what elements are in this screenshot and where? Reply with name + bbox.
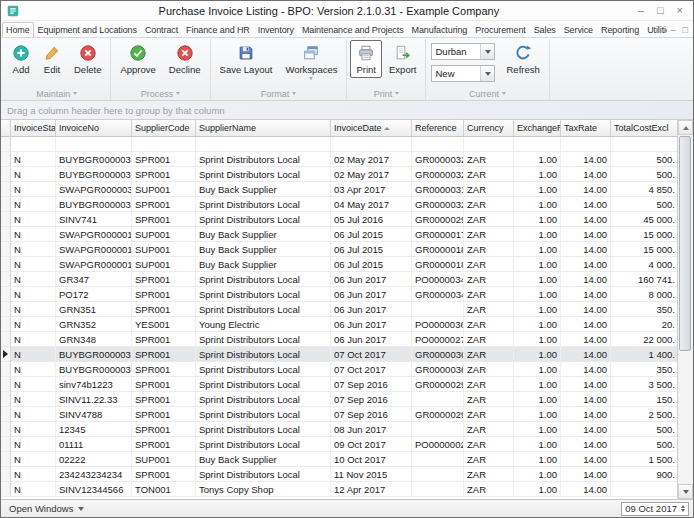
- tab-contract[interactable]: Contract: [141, 22, 182, 37]
- add-button[interactable]: Add: [6, 40, 36, 78]
- column-header-suppliercode[interactable]: SupplierCode: [132, 120, 196, 137]
- cell-taxrate: 14.00: [561, 272, 611, 287]
- column-header-currency[interactable]: Currency: [464, 120, 514, 137]
- print-button[interactable]: Print: [350, 40, 382, 78]
- minimize-button[interactable]: –: [638, 5, 644, 16]
- table-row[interactable]: N234243234234SPR001Sprint Distributors L…: [1, 467, 677, 482]
- tab-service[interactable]: Service: [560, 22, 597, 37]
- row-indicator-cell: [1, 302, 11, 317]
- cell-suppliername: Sprint Distributors Local: [196, 362, 331, 377]
- scroll-up-icon[interactable]: [678, 120, 693, 135]
- cell-suppliername: Sprint Distributors Local: [196, 197, 331, 212]
- column-header-totalcostexcl[interactable]: TotalCostExcl: [611, 120, 677, 137]
- group-by-panel[interactable]: Drag a column header here to group by th…: [1, 101, 693, 120]
- ribbon-tab-bar: HomeEquipment and LocationsContractFinan…: [1, 21, 693, 38]
- open-windows-button[interactable]: Open Windows: [5, 502, 88, 515]
- workspaces-button[interactable]: Workspaces: [279, 40, 343, 83]
- refresh-button[interactable]: Refresh: [500, 40, 545, 78]
- tab-procurement[interactable]: Procurement: [471, 22, 529, 37]
- approve-button[interactable]: Approve: [114, 40, 161, 78]
- grid-body: NBUYBGR00000320SPR001Sprint Distributors…: [1, 137, 677, 499]
- tab-sales[interactable]: Sales: [530, 22, 560, 37]
- cell-taxrate: 14.00: [561, 347, 611, 362]
- cell-suppliername: Sprint Distributors Local: [196, 392, 331, 407]
- table-row[interactable]: NGR347SPR001Sprint Distributors Local06 …: [1, 272, 677, 287]
- status-date-picker[interactable]: 09 Oct 2017: [621, 502, 689, 516]
- column-header-invoiceno[interactable]: InvoiceNo: [56, 120, 132, 137]
- column-header-suppliername[interactable]: SupplierName: [196, 120, 331, 137]
- table-row[interactable]: NBUYBGR00000322SPR001Sprint Distributors…: [1, 197, 677, 212]
- cell-totalcostexcl: 1 500.: [611, 452, 677, 467]
- tab-utilities[interactable]: Utilities: [643, 22, 666, 37]
- cell-suppliercode: SPR001: [132, 212, 196, 227]
- table-row[interactable]: NSINV4788SPR001Sprint Distributors Local…: [1, 407, 677, 422]
- table-row[interactable]: N02222SUP001Buy Back Supplier10 Oct 2017…: [1, 452, 677, 467]
- delete-icon: [79, 44, 97, 62]
- cell-currency: ZAR: [464, 407, 514, 422]
- chevron-down-icon[interactable]: [480, 44, 494, 59]
- site-select[interactable]: Durban: [431, 43, 495, 60]
- scroll-down-icon[interactable]: [678, 484, 693, 499]
- vertical-scrollbar[interactable]: [677, 120, 693, 499]
- table-row[interactable]: NBUYBGR00000321SPR001Sprint Distributors…: [1, 167, 677, 182]
- table-row[interactable]: NSINV12344566TON001Tonys Copy Shop12 Apr…: [1, 482, 677, 497]
- table-row[interactable]: NBUYBGR00000368SPR001Sprint Distributors…: [1, 347, 677, 362]
- cell-reference: GR00000369: [412, 362, 464, 377]
- chevron-down-icon[interactable]: [480, 66, 494, 81]
- date-spinner-icon[interactable]: [681, 505, 685, 512]
- scrollbar-thumb[interactable]: [679, 136, 691, 351]
- table-row[interactable]: NSWAPGR00000179SUP001Buy Back Supplier06…: [1, 227, 677, 242]
- table-row[interactable]: NBUYBGR00000369SPR001Sprint Distributors…: [1, 362, 677, 377]
- decline-button[interactable]: Decline: [163, 40, 207, 78]
- close-button[interactable]: ×: [677, 5, 683, 16]
- column-header-taxrate[interactable]: TaxRate: [561, 120, 611, 137]
- edit-button[interactable]: Edit: [37, 40, 67, 78]
- table-row[interactable]: NBUYBGR00000320SPR001Sprint Distributors…: [1, 152, 677, 167]
- column-header-invoicestatus[interactable]: InvoiceStatus: [11, 120, 56, 137]
- table-row[interactable]: NSWAPGR00000311SUP001Buy Back Supplier03…: [1, 182, 677, 197]
- table-row[interactable]: N12345SPR001Sprint Distributors Local08 …: [1, 422, 677, 437]
- cell-totalcostexcl: [611, 137, 677, 152]
- delete-button[interactable]: Delete: [68, 40, 107, 78]
- table-row[interactable]: N01111SPR001Sprint Distributors Local09 …: [1, 437, 677, 452]
- tab-manufacturing[interactable]: Manufacturing: [408, 22, 472, 37]
- table-row[interactable]: NPO172SPR001Sprint Distributors Local06 …: [1, 287, 677, 302]
- column-header-invoicedate[interactable]: InvoiceDate: [331, 120, 412, 137]
- cell-invoicestatus: N: [11, 167, 56, 182]
- save-layout-button[interactable]: Save Layout: [214, 40, 279, 78]
- cell-suppliercode: SPR001: [132, 332, 196, 347]
- column-header-exchanger[interactable]: ExchangeR...: [514, 120, 561, 137]
- maximize-button[interactable]: □: [657, 5, 664, 16]
- child-minimize-icon[interactable]: –: [671, 26, 676, 35]
- cell-exchanger: 1.00: [514, 362, 561, 377]
- tab-maintenance-and-projects[interactable]: Maintenance and Projects: [298, 22, 408, 37]
- row-indicator-cell: [1, 347, 11, 362]
- table-row[interactable]: NGRN351SPR001Sprint Distributors Local06…: [1, 302, 677, 317]
- cell-suppliercode: SPR001: [132, 467, 196, 482]
- tab-equipment-and-locations[interactable]: Equipment and Locations: [34, 22, 141, 37]
- table-row[interactable]: Nsinv74b1223SPR001Sprint Distributors Lo…: [1, 377, 677, 392]
- scrollbar-track[interactable]: [678, 135, 693, 484]
- tab-home[interactable]: Home: [2, 22, 34, 37]
- table-row[interactable]: NSWAPGR00000181SUP001Buy Back Supplier06…: [1, 257, 677, 272]
- row-indicator-cell: [1, 137, 11, 152]
- child-restore-icon[interactable]: □: [683, 26, 688, 35]
- column-header-reference[interactable]: Reference: [412, 120, 464, 137]
- table-row[interactable]: NGRN348SPR001Sprint Distributors Local06…: [1, 332, 677, 347]
- tab-inventory[interactable]: Inventory: [254, 22, 298, 37]
- cell-suppliercode: SPR001: [132, 347, 196, 362]
- export-button[interactable]: Export: [383, 40, 422, 78]
- empty-row[interactable]: [1, 137, 677, 152]
- table-row[interactable]: NSINV741SPR001Sprint Distributors Local0…: [1, 212, 677, 227]
- table-row[interactable]: NGRN352YES001Young Electric06 Jun 2017PO…: [1, 317, 677, 332]
- table-row[interactable]: NSINV11.22.33SPR001Sprint Distributors L…: [1, 392, 677, 407]
- status-select[interactable]: New: [431, 65, 495, 82]
- workspaces-icon: [302, 44, 320, 62]
- cell-currency: ZAR: [464, 167, 514, 182]
- cell-totalcostexcl: 350.: [611, 302, 677, 317]
- ribbon-group-format: Save LayoutWorkspacesFormat: [211, 39, 348, 100]
- table-row[interactable]: NSWAPGR00000180SUP001Buy Back Supplier06…: [1, 242, 677, 257]
- cell-invoicedate: 06 Jun 2017: [331, 272, 412, 287]
- tab-finance-and-hr[interactable]: Finance and HR: [182, 22, 254, 37]
- tab-reporting[interactable]: Reporting: [597, 22, 643, 37]
